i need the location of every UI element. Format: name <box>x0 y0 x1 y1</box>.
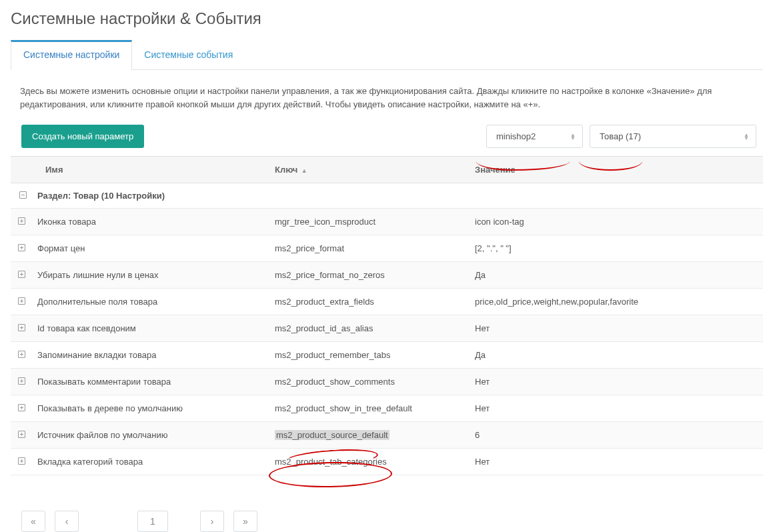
setting-name-cell[interactable]: Дополнительные поля товара <box>32 289 269 315</box>
select-arrows-icon: ▲▼ <box>744 133 749 140</box>
setting-key-cell[interactable]: ms2_product_id_as_alias <box>269 315 470 342</box>
setting-name-cell[interactable]: Вкладка категорий товара <box>32 449 269 475</box>
create-setting-button[interactable]: Создать новый параметр <box>21 125 144 148</box>
select-arrows-icon: ▲▼ <box>570 133 576 140</box>
tab-system-settings[interactable]: Системные настройки <box>11 40 132 70</box>
setting-name-cell[interactable]: Показывать в дереве по умолчанию <box>32 395 269 422</box>
setting-value-cell[interactable]: Да <box>470 262 763 289</box>
row-expand-icon[interactable] <box>11 395 32 422</box>
setting-value-cell[interactable]: Нет <box>470 395 763 422</box>
row-expand-icon[interactable] <box>11 449 32 475</box>
col-name[interactable]: Имя <box>32 157 269 183</box>
setting-value-cell[interactable]: 6 <box>470 422 763 449</box>
page-title: Системные настройки & События <box>11 9 763 28</box>
pager-first-button[interactable]: « <box>21 511 45 532</box>
setting-value-cell[interactable]: Нет <box>470 449 763 475</box>
namespace-value: minishop2 <box>496 131 536 141</box>
setting-name-cell[interactable]: Источник файлов по умолчанию <box>32 422 269 449</box>
setting-name-cell[interactable]: Запоминание вкладки товара <box>32 342 269 369</box>
sort-asc-icon: ▲ <box>299 167 307 174</box>
pager: « ‹ 1 › » <box>21 511 257 532</box>
pager-page-input[interactable]: 1 <box>137 511 168 532</box>
setting-key-cell[interactable]: ms2_product_show_in_tree_default <box>269 395 470 422</box>
setting-value-cell[interactable]: icon icon-tag <box>470 209 763 235</box>
pager-last-button[interactable]: » <box>233 511 257 532</box>
tab-system-events[interactable]: Системные события <box>132 40 245 69</box>
setting-value-cell[interactable]: [2, ".", " "] <box>470 235 763 262</box>
setting-key-cell[interactable]: ms2_price_format_no_zeros <box>269 262 470 289</box>
row-expand-icon[interactable] <box>11 369 32 395</box>
group-collapse-icon[interactable] <box>11 183 32 209</box>
col-expand <box>11 157 32 183</box>
namespace-select[interactable]: minishop2 ▲▼ <box>486 125 583 148</box>
row-expand-icon[interactable] <box>11 235 32 262</box>
row-expand-icon[interactable] <box>11 422 32 449</box>
area-value: Товар (17) <box>600 131 641 141</box>
setting-value-cell[interactable]: Да <box>470 342 763 369</box>
setting-value-cell[interactable]: Нет <box>470 315 763 342</box>
setting-name-cell[interactable]: Убирать лишние нули в ценах <box>32 262 269 289</box>
setting-name-cell[interactable]: Иконка товара <box>32 209 269 235</box>
tabs-bar: Системные настройки Системные события <box>11 40 763 70</box>
group-header[interactable]: Раздел: Товар (10 Настройки) <box>32 183 763 209</box>
area-select[interactable]: Товар (17) ▲▼ <box>590 125 756 148</box>
description-text: Здесь вы можете изменить основные опции … <box>11 70 763 118</box>
settings-table: Имя Ключ ▲ Значение Раздел: Товар (10 На… <box>11 156 763 475</box>
row-expand-icon[interactable] <box>11 209 32 235</box>
setting-key-cell[interactable]: ms2_product_extra_fields <box>269 289 470 315</box>
setting-name-cell[interactable]: Формат цен <box>32 235 269 262</box>
setting-name-cell[interactable]: Показывать комментарии товара <box>32 369 269 395</box>
setting-name-cell[interactable]: Id товара как псевдоним <box>32 315 269 342</box>
row-expand-icon[interactable] <box>11 342 32 369</box>
col-key[interactable]: Ключ ▲ <box>269 157 470 183</box>
setting-key-cell[interactable]: ms2_product_source_default <box>269 422 470 449</box>
setting-value-cell[interactable]: Нет <box>470 369 763 395</box>
setting-key-cell[interactable]: ms2_price_format <box>269 235 470 262</box>
pager-prev-button[interactable]: ‹ <box>55 511 79 532</box>
row-expand-icon[interactable] <box>11 262 32 289</box>
setting-key-cell[interactable]: ms2_product_remember_tabs <box>269 342 470 369</box>
setting-key-cell[interactable]: mgr_tree_icon_msproduct <box>269 209 470 235</box>
row-expand-icon[interactable] <box>11 315 32 342</box>
row-expand-icon[interactable] <box>11 289 32 315</box>
toolbar: Создать новый параметр minishop2 ▲▼ Това… <box>11 118 763 156</box>
setting-value-cell[interactable]: price,old_price,weight,new,popular,favor… <box>470 289 763 315</box>
setting-key-cell[interactable]: ms2_product_show_comments <box>269 369 470 395</box>
pager-next-button[interactable]: › <box>200 511 224 532</box>
setting-key-cell[interactable]: ms2_product_tab_categories <box>269 449 470 475</box>
